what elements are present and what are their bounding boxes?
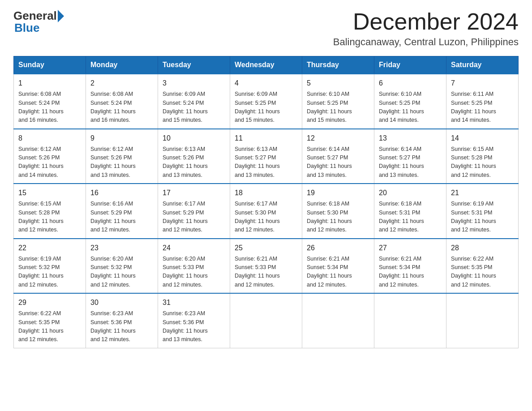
week-row-5: 29 Sunrise: 6:22 AM Sunset: 5:35 PM Dayl… xyxy=(14,293,519,348)
day-header-saturday: Saturday xyxy=(446,56,519,74)
day-info: Sunrise: 6:16 AM Sunset: 5:29 PM Dayligh… xyxy=(90,200,153,235)
day-number: 13 xyxy=(379,133,442,144)
calendar-cell: 8 Sunrise: 6:12 AM Sunset: 5:26 PM Dayli… xyxy=(14,129,86,184)
day-info: Sunrise: 6:23 AM Sunset: 5:36 PM Dayligh… xyxy=(90,309,153,344)
week-row-1: 1 Sunrise: 6:08 AM Sunset: 5:24 PM Dayli… xyxy=(14,74,519,129)
calendar-cell: 23 Sunrise: 6:20 AM Sunset: 5:32 PM Dayl… xyxy=(86,239,158,294)
calendar-cell: 3 Sunrise: 6:09 AM Sunset: 5:24 PM Dayli… xyxy=(158,74,230,129)
calendar-cell: 26 Sunrise: 6:21 AM Sunset: 5:34 PM Dayl… xyxy=(302,239,374,294)
calendar-cell: 6 Sunrise: 6:10 AM Sunset: 5:25 PM Dayli… xyxy=(374,74,446,129)
calendar-cell: 2 Sunrise: 6:08 AM Sunset: 5:24 PM Dayli… xyxy=(86,74,158,129)
day-info: Sunrise: 6:15 AM Sunset: 5:28 PM Dayligh… xyxy=(18,200,81,235)
calendar-cell: 12 Sunrise: 6:14 AM Sunset: 5:27 PM Dayl… xyxy=(302,129,374,184)
calendar-cell: 7 Sunrise: 6:11 AM Sunset: 5:25 PM Dayli… xyxy=(446,74,519,129)
calendar-cell: 9 Sunrise: 6:12 AM Sunset: 5:26 PM Dayli… xyxy=(86,129,158,184)
day-number: 3 xyxy=(163,78,225,89)
calendar-cell: 24 Sunrise: 6:20 AM Sunset: 5:33 PM Dayl… xyxy=(158,239,230,294)
calendar-cell: 27 Sunrise: 6:21 AM Sunset: 5:34 PM Dayl… xyxy=(374,239,446,294)
calendar-cell xyxy=(230,293,302,348)
day-number: 31 xyxy=(163,297,225,308)
calendar-cell: 18 Sunrise: 6:17 AM Sunset: 5:30 PM Dayl… xyxy=(230,184,302,239)
day-number: 20 xyxy=(379,188,442,198)
day-number: 24 xyxy=(163,243,225,253)
day-number: 16 xyxy=(90,188,153,198)
day-info: Sunrise: 6:20 AM Sunset: 5:32 PM Dayligh… xyxy=(90,255,153,290)
calendar-cell: 4 Sunrise: 6:09 AM Sunset: 5:25 PM Dayli… xyxy=(230,74,302,129)
day-number: 29 xyxy=(18,297,81,308)
calendar-header-row: SundayMondayTuesdayWednesdayThursdayFrid… xyxy=(14,56,519,74)
week-row-2: 8 Sunrise: 6:12 AM Sunset: 5:26 PM Dayli… xyxy=(14,129,519,184)
day-info: Sunrise: 6:14 AM Sunset: 5:27 PM Dayligh… xyxy=(379,145,442,180)
day-info: Sunrise: 6:21 AM Sunset: 5:34 PM Dayligh… xyxy=(307,255,369,290)
calendar-cell: 20 Sunrise: 6:18 AM Sunset: 5:31 PM Dayl… xyxy=(374,184,446,239)
logo-arrow-icon xyxy=(58,10,64,22)
calendar-cell: 13 Sunrise: 6:14 AM Sunset: 5:27 PM Dayl… xyxy=(374,129,446,184)
day-number: 30 xyxy=(90,297,153,308)
day-number: 18 xyxy=(235,188,297,198)
day-info: Sunrise: 6:18 AM Sunset: 5:30 PM Dayligh… xyxy=(307,200,369,235)
day-header-friday: Friday xyxy=(374,56,446,74)
calendar-cell: 15 Sunrise: 6:15 AM Sunset: 5:28 PM Dayl… xyxy=(14,184,86,239)
day-number: 9 xyxy=(90,133,153,144)
calendar-cell: 29 Sunrise: 6:22 AM Sunset: 5:35 PM Dayl… xyxy=(14,293,86,348)
day-number: 23 xyxy=(90,243,153,253)
day-info: Sunrise: 6:11 AM Sunset: 5:25 PM Dayligh… xyxy=(451,90,514,125)
day-info: Sunrise: 6:09 AM Sunset: 5:24 PM Dayligh… xyxy=(163,90,225,125)
calendar-cell: 5 Sunrise: 6:10 AM Sunset: 5:25 PM Dayli… xyxy=(302,74,374,129)
calendar-cell: 28 Sunrise: 6:22 AM Sunset: 5:35 PM Dayl… xyxy=(446,239,519,294)
calendar-cell: 14 Sunrise: 6:15 AM Sunset: 5:28 PM Dayl… xyxy=(446,129,519,184)
location-title: Balingcanaway, Central Luzon, Philippine… xyxy=(333,36,519,48)
calendar-cell: 25 Sunrise: 6:21 AM Sunset: 5:33 PM Dayl… xyxy=(230,239,302,294)
calendar-cell: 17 Sunrise: 6:17 AM Sunset: 5:29 PM Dayl… xyxy=(158,184,230,239)
day-number: 10 xyxy=(163,133,225,144)
day-number: 11 xyxy=(235,133,297,144)
day-info: Sunrise: 6:12 AM Sunset: 5:26 PM Dayligh… xyxy=(18,145,81,180)
day-number: 19 xyxy=(307,188,369,198)
day-number: 1 xyxy=(18,78,81,89)
day-info: Sunrise: 6:17 AM Sunset: 5:30 PM Dayligh… xyxy=(235,200,297,235)
day-info: Sunrise: 6:09 AM Sunset: 5:25 PM Dayligh… xyxy=(235,90,297,125)
day-info: Sunrise: 6:21 AM Sunset: 5:33 PM Dayligh… xyxy=(235,255,297,290)
calendar-cell xyxy=(446,293,519,348)
calendar-cell: 30 Sunrise: 6:23 AM Sunset: 5:36 PM Dayl… xyxy=(86,293,158,348)
calendar-cell: 1 Sunrise: 6:08 AM Sunset: 5:24 PM Dayli… xyxy=(14,74,86,129)
day-number: 2 xyxy=(90,78,153,89)
calendar-cell: 22 Sunrise: 6:19 AM Sunset: 5:32 PM Dayl… xyxy=(14,239,86,294)
day-header-monday: Monday xyxy=(86,56,158,74)
day-number: 15 xyxy=(18,188,81,198)
calendar-cell xyxy=(374,293,446,348)
day-info: Sunrise: 6:18 AM Sunset: 5:31 PM Dayligh… xyxy=(379,200,442,235)
calendar-cell: 10 Sunrise: 6:13 AM Sunset: 5:26 PM Dayl… xyxy=(158,129,230,184)
day-number: 7 xyxy=(451,78,514,89)
calendar-cell: 11 Sunrise: 6:13 AM Sunset: 5:27 PM Dayl… xyxy=(230,129,302,184)
day-number: 21 xyxy=(451,188,514,198)
title-block: December 2024 Balingcanaway, Central Luz… xyxy=(333,9,519,48)
day-header-thursday: Thursday xyxy=(302,56,374,74)
day-number: 6 xyxy=(379,78,442,89)
logo-blue-text: Blue xyxy=(14,21,39,35)
day-info: Sunrise: 6:10 AM Sunset: 5:25 PM Dayligh… xyxy=(307,90,369,125)
day-number: 8 xyxy=(18,133,81,144)
day-number: 26 xyxy=(307,243,369,253)
calendar-table: SundayMondayTuesdayWednesdayThursdayFrid… xyxy=(13,56,519,348)
day-info: Sunrise: 6:21 AM Sunset: 5:34 PM Dayligh… xyxy=(379,255,442,290)
day-header-tuesday: Tuesday xyxy=(158,56,230,74)
logo: General Blue xyxy=(13,9,64,35)
day-number: 14 xyxy=(451,133,514,144)
day-header-wednesday: Wednesday xyxy=(230,56,302,74)
day-info: Sunrise: 6:08 AM Sunset: 5:24 PM Dayligh… xyxy=(18,90,81,125)
day-number: 4 xyxy=(235,78,297,89)
calendar-cell: 31 Sunrise: 6:23 AM Sunset: 5:36 PM Dayl… xyxy=(158,293,230,348)
day-header-sunday: Sunday xyxy=(14,56,86,74)
day-info: Sunrise: 6:20 AM Sunset: 5:33 PM Dayligh… xyxy=(163,255,225,290)
week-row-4: 22 Sunrise: 6:19 AM Sunset: 5:32 PM Dayl… xyxy=(14,239,519,294)
day-info: Sunrise: 6:17 AM Sunset: 5:29 PM Dayligh… xyxy=(163,200,225,235)
day-info: Sunrise: 6:10 AM Sunset: 5:25 PM Dayligh… xyxy=(379,90,442,125)
calendar-cell: 16 Sunrise: 6:16 AM Sunset: 5:29 PM Dayl… xyxy=(86,184,158,239)
day-number: 27 xyxy=(379,243,442,253)
week-row-3: 15 Sunrise: 6:15 AM Sunset: 5:28 PM Dayl… xyxy=(14,184,519,239)
day-number: 17 xyxy=(163,188,225,198)
day-info: Sunrise: 6:15 AM Sunset: 5:28 PM Dayligh… xyxy=(451,145,514,180)
calendar-cell xyxy=(302,293,374,348)
day-info: Sunrise: 6:22 AM Sunset: 5:35 PM Dayligh… xyxy=(451,255,514,290)
